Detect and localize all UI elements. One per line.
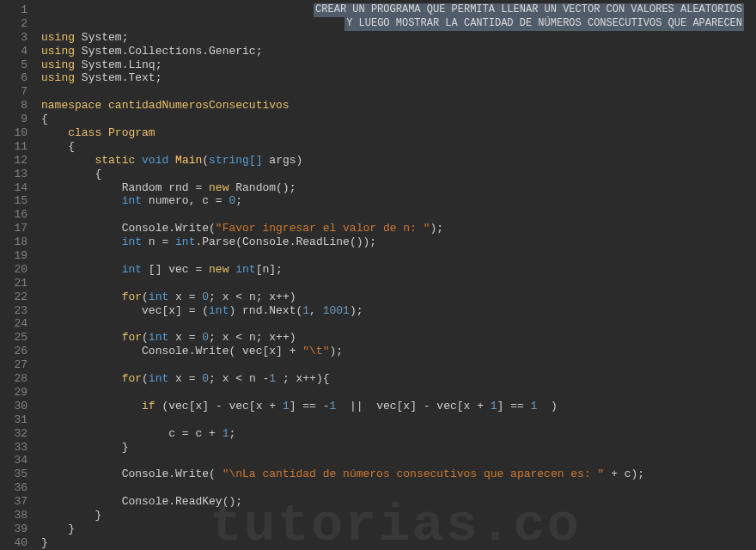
code-line: using System.Collections.Generic; bbox=[41, 45, 756, 58]
line-number: 35 bbox=[0, 468, 27, 481]
code-line bbox=[41, 208, 756, 222]
line-number: 12 bbox=[0, 154, 27, 168]
line-number: 30 bbox=[0, 400, 27, 413]
code-line: for(int x = 0; x < n -1 ; x++){ bbox=[41, 372, 756, 386]
code-line bbox=[41, 386, 756, 400]
line-number: 2 bbox=[0, 17, 27, 31]
line-number: 7 bbox=[0, 85, 27, 99]
line-number: 23 bbox=[0, 304, 27, 318]
line-number-gutter: 1234567891011121314151617181920212223242… bbox=[0, 0, 34, 550]
line-number: 26 bbox=[0, 345, 27, 358]
code-line: Console.Write( "\nLa cantidad de números… bbox=[41, 468, 756, 481]
code-line: static void Main(string[] args) bbox=[41, 154, 756, 168]
line-number: 37 bbox=[0, 495, 27, 509]
code-line: Console.ReadKey(); bbox=[41, 495, 756, 509]
code-line: for(int x = 0; x < n; x++) bbox=[41, 290, 756, 304]
banner-line-2: Y LUEGO MOSTRAR LA CANTIDAD DE NÚMEROS C… bbox=[344, 17, 744, 31]
code-line: for(int x = 0; x < n; x++) bbox=[41, 331, 756, 345]
code-area: CREAR UN PROGRAMA QUE PERMITA LLENAR UN … bbox=[34, 0, 756, 550]
line-number: 25 bbox=[0, 331, 27, 345]
line-number: 29 bbox=[0, 386, 27, 400]
line-number: 38 bbox=[0, 509, 27, 522]
code-line: } bbox=[41, 522, 756, 536]
line-number: 20 bbox=[0, 263, 27, 277]
code-line bbox=[41, 277, 756, 290]
code-line: if (vec[x] - vec[x + 1] == -1 || vec[x] … bbox=[41, 400, 756, 413]
code-line: Console.Write( vec[x] + "\t"); bbox=[41, 345, 756, 358]
line-number: 31 bbox=[0, 413, 27, 427]
code-line bbox=[41, 358, 756, 372]
line-number: 36 bbox=[0, 481, 27, 495]
code-line: Console.Write("Favor ingresar el valor d… bbox=[41, 222, 756, 235]
code-line: namespace cantidadNumerosConsecutivos bbox=[41, 99, 756, 113]
code-line: { bbox=[41, 140, 756, 154]
line-number: 1 bbox=[0, 3, 27, 17]
line-number: 27 bbox=[0, 358, 27, 372]
code-line: } bbox=[41, 536, 756, 550]
code-editor: 1234567891011121314151617181920212223242… bbox=[0, 0, 756, 550]
code-line: vec[x] = (int) rnd.Next(1, 1001); bbox=[41, 304, 756, 318]
code-line: int [] vec = new int[n]; bbox=[41, 263, 756, 277]
line-number: 8 bbox=[0, 99, 27, 113]
line-number: 34 bbox=[0, 454, 27, 468]
line-number: 19 bbox=[0, 249, 27, 263]
line-number: 32 bbox=[0, 427, 27, 441]
code-line: } bbox=[41, 509, 756, 522]
code-line bbox=[41, 85, 756, 99]
code-line: class Program bbox=[41, 126, 756, 140]
line-number: 39 bbox=[0, 522, 27, 536]
code-line bbox=[41, 249, 756, 263]
code-line: Random rnd = new Random(); bbox=[41, 181, 756, 195]
line-number: 28 bbox=[0, 372, 27, 386]
code-line: using System.Text; bbox=[41, 71, 756, 85]
line-number: 4 bbox=[0, 45, 27, 58]
code-line: c = c + 1; bbox=[41, 427, 756, 441]
code-line: { bbox=[41, 168, 756, 181]
line-number: 33 bbox=[0, 441, 27, 455]
code-line: int n = int.Parse(Console.ReadLine()); bbox=[41, 235, 756, 249]
line-number: 13 bbox=[0, 168, 27, 181]
line-number: 6 bbox=[0, 71, 27, 85]
line-number: 9 bbox=[0, 113, 27, 126]
line-number: 5 bbox=[0, 58, 27, 72]
line-number: 17 bbox=[0, 222, 27, 235]
code-line bbox=[41, 454, 756, 468]
line-number: 22 bbox=[0, 290, 27, 304]
line-number: 24 bbox=[0, 317, 27, 331]
banner-line-1: CREAR UN PROGRAMA QUE PERMITA LLENAR UN … bbox=[314, 3, 744, 17]
line-number: 21 bbox=[0, 277, 27, 290]
code-line bbox=[41, 413, 756, 427]
code-line bbox=[41, 481, 756, 495]
line-number: 15 bbox=[0, 194, 27, 208]
line-number: 11 bbox=[0, 140, 27, 154]
code-line: using System.Linq; bbox=[41, 58, 756, 72]
line-number: 3 bbox=[0, 31, 27, 45]
line-number: 14 bbox=[0, 181, 27, 195]
line-number: 16 bbox=[0, 208, 27, 222]
line-number: 18 bbox=[0, 235, 27, 249]
comment-banner: CREAR UN PROGRAMA QUE PERMITA LLENAR UN … bbox=[314, 3, 744, 31]
line-number: 10 bbox=[0, 126, 27, 140]
code-line: } bbox=[41, 441, 756, 455]
code-line: { bbox=[41, 113, 756, 126]
code-line bbox=[41, 317, 756, 331]
code-line: using System; bbox=[41, 31, 756, 45]
line-number: 40 bbox=[0, 536, 27, 550]
code-line: int numero, c = 0; bbox=[41, 194, 756, 208]
